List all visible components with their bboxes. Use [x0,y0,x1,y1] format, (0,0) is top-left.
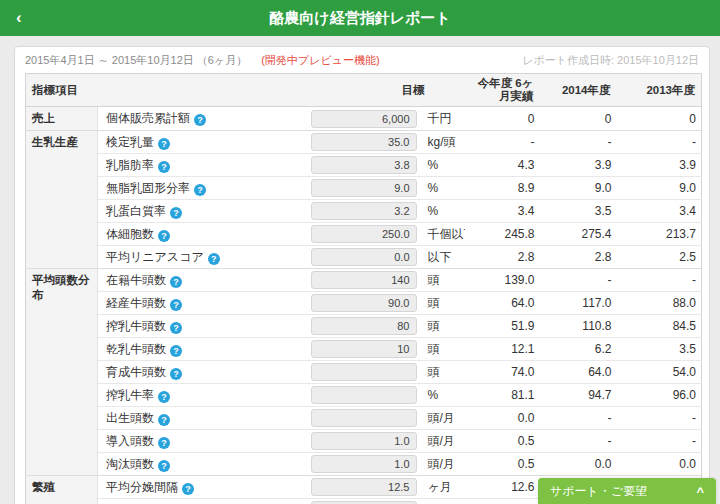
unit-cell: 頭/月 [420,430,465,453]
metric-label-cell: 搾乳牛頭数? [98,315,305,338]
table-row: 出生頭数?頭/月0.0-- [26,407,702,430]
value-2013-cell: 88.0 [617,292,702,315]
metric-label: 出生頭数 [106,411,154,425]
target-input[interactable] [311,478,417,496]
value-2014-cell: 3.9 [540,154,617,177]
metric-label: 乾乳牛頭数 [106,342,166,356]
target-cell [305,315,420,338]
metric-label-cell: 出生頭数? [98,407,305,430]
target-input[interactable] [311,363,417,381]
help-icon[interactable]: ? [158,230,170,242]
value-2014-cell: 6.2 [540,338,617,361]
target-input[interactable] [311,248,417,266]
current-value-cell: 12.6 [465,476,540,499]
metric-label: 体細胞数 [106,227,154,241]
target-input[interactable] [311,294,417,312]
help-icon[interactable]: ? [170,345,182,357]
metric-label: 搾乳牛率 [106,388,154,402]
column-header-2013: 2013年度 [617,74,702,107]
report-period: 2015年4月1日 ～ 2015年10月12日 （6ヶ月） [25,53,247,68]
value-2014-cell: - [540,269,617,292]
value-2014-cell: 117.0 [540,292,617,315]
current-value-cell: 8.9 [465,177,540,200]
help-icon[interactable]: ? [170,299,182,311]
help-icon[interactable]: ? [170,276,182,288]
unit-cell: 頭/月 [420,407,465,430]
help-icon[interactable]: ? [208,253,220,265]
target-input[interactable] [311,156,417,174]
group-label: 生乳生産 [26,131,98,269]
unit-cell: 頭 [420,269,465,292]
help-icon[interactable]: ? [158,391,170,403]
table-row: 体細胞数?千個以下245.8275.4213.7 [26,223,702,246]
table-row: 経産牛頭数?頭64.0117.088.0 [26,292,702,315]
current-value-cell: 245.8 [465,223,540,246]
value-2014-cell: - [540,131,617,154]
help-icon[interactable]: ? [158,138,170,150]
table-row: 売上個体販売累計額?千円000 [26,107,702,131]
target-input[interactable] [311,455,417,473]
value-2013-cell: 3.4 [617,200,702,223]
help-icon[interactable]: ? [158,161,170,173]
value-2013-cell: 54.0 [617,361,702,384]
value-2014-cell: 0.0 [540,453,617,476]
table-row: 平均頭数分布在籍牛頭数?頭139.0-- [26,269,702,292]
help-icon[interactable]: ? [182,483,194,495]
target-cell [305,453,420,476]
target-input[interactable] [311,133,417,151]
support-button-label: サポート・ご要望 [550,483,647,500]
metric-label: 導入頭数 [106,434,154,448]
help-icon[interactable]: ? [170,322,182,334]
current-value-cell: 3.4 [465,200,540,223]
target-input[interactable] [311,202,417,220]
metric-label: 個体販売累計額 [106,111,190,125]
table-row: 淘汰頭数?頭/月0.50.00.0 [26,453,702,476]
metric-label-cell: 体細胞数? [98,223,305,246]
value-2014-cell: 2.8 [540,246,617,269]
unit-cell: 頭 [420,361,465,384]
target-cell [305,407,420,430]
help-icon[interactable]: ? [194,114,206,126]
value-2013-cell: - [617,430,702,453]
help-icon[interactable]: ? [158,437,170,449]
help-icon[interactable]: ? [194,184,206,196]
table-row: 導入頭数?頭/月0.5-- [26,430,702,453]
unit-cell: kg/頭 [420,131,465,154]
unit-cell: % [420,154,465,177]
value-2013-cell: 213.7 [617,223,702,246]
value-2013-cell: 3.9 [617,154,702,177]
help-icon[interactable]: ? [170,207,182,219]
column-header-item: 指標項目 [26,74,305,107]
target-cell [305,154,420,177]
target-input[interactable] [311,225,417,243]
target-input[interactable] [311,317,417,335]
value-2014-cell: 275.4 [540,223,617,246]
help-icon[interactable]: ? [170,368,182,380]
target-cell [305,361,420,384]
back-button[interactable]: ‹ [10,0,28,36]
support-request-button[interactable]: サポート・ご要望 ^ [538,478,716,504]
target-input[interactable] [311,110,417,128]
metric-label: 平均リニアスコア [106,250,204,264]
metric-label: 在籍牛頭数 [106,273,166,287]
unit-cell: % [420,177,465,200]
target-cell [305,223,420,246]
unit-cell: % [420,200,465,223]
current-value-cell: 0 [465,107,540,131]
value-2013-cell: - [617,269,702,292]
metric-label: 乳蛋白質率 [106,204,166,218]
group-label: 売上 [26,107,98,131]
app-header-bar: ‹ 酪農向け経営指針レポート [0,0,720,36]
target-input[interactable] [311,179,417,197]
unit-cell: 頭 [420,292,465,315]
target-input[interactable] [311,340,417,358]
help-icon[interactable]: ? [158,414,170,426]
report-panel: 2015年4月1日 ～ 2015年10月12日 （6ヶ月） (開発中プレビュー機… [14,46,710,504]
target-input[interactable] [311,409,417,427]
help-icon[interactable]: ? [158,460,170,472]
current-value-cell: 12.1 [465,338,540,361]
target-input[interactable] [311,386,417,404]
target-input[interactable] [311,432,417,450]
target-input[interactable] [311,271,417,289]
metric-label-cell: 搾乳牛率? [98,384,305,407]
